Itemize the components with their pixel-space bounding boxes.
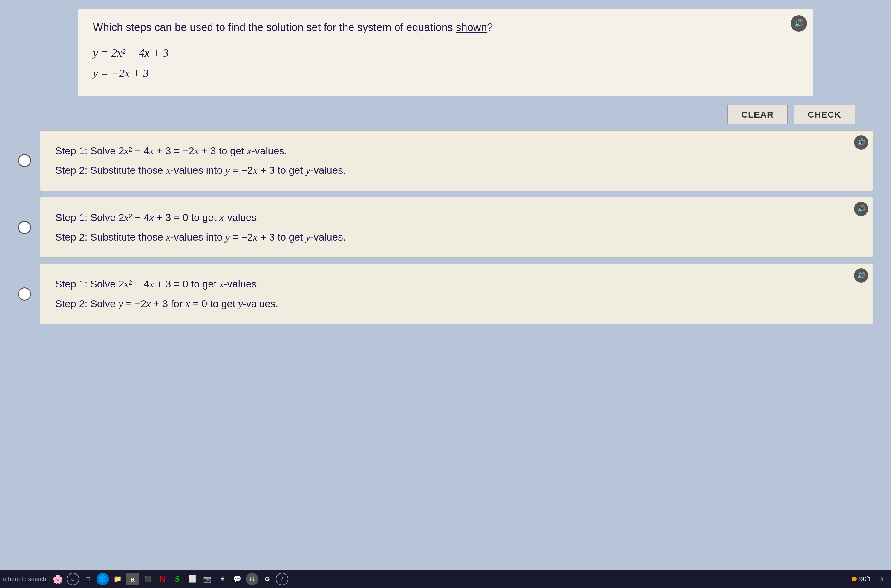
taskbar-gear-icon[interactable]: ⚙ (261, 573, 273, 585)
radio-b[interactable] (18, 221, 31, 234)
question-box: 🔊 Which steps can be used to find the so… (78, 9, 813, 96)
taskbar-caret-icon[interactable]: ∧ (876, 573, 888, 585)
taskbar-a-icon[interactable]: a (126, 573, 139, 585)
option-b-step2: Step 2: Substitute those x-values into y… (55, 228, 858, 247)
taskbar-monitor-icon[interactable]: 🖥 (216, 573, 229, 585)
taskbar-g-icon[interactable]: G (246, 573, 259, 585)
question-link[interactable]: shown (456, 21, 487, 33)
equation-1: y = 2x² − 4x + 3 (93, 43, 798, 63)
option-c-step1: Step 1: Solve 2x² − 4x + 3 = 0 to get x-… (55, 274, 858, 294)
clear-button[interactable]: CLEAR (727, 105, 788, 124)
option-a-sound-button[interactable]: 🔊 (854, 135, 868, 150)
option-b-step1: Step 1: Solve 2x² − 4x + 3 = 0 to get x-… (55, 208, 858, 228)
taskbar-netflix-icon[interactable]: N (156, 573, 169, 585)
option-a-step1: Step 1: Solve 2x² − 4x + 3 = −2x + 3 to … (55, 141, 858, 161)
taskbar-square-icon[interactable]: ⬜ (186, 573, 199, 585)
option-box-c: 🔊 Step 1: Solve 2x² − 4x + 3 = 0 to get … (40, 264, 873, 324)
taskbar-temperature: 90°F (859, 575, 873, 583)
option-c-sound-button[interactable]: 🔊 (854, 268, 868, 283)
option-box-b: 🔊 Step 1: Solve 2x² − 4x + 3 = 0 to get … (40, 197, 873, 258)
taskbar-s-icon[interactable]: S (171, 573, 184, 585)
question-text: Which steps can be used to find the solu… (93, 21, 798, 34)
main-content: 🔊 Which steps can be used to find the so… (0, 0, 891, 570)
taskbar-camera-icon[interactable]: 📷 (201, 573, 214, 585)
taskbar-help-icon[interactable]: ? (276, 573, 288, 585)
check-button[interactable]: CHECK (793, 105, 855, 124)
equation-2: y = −2x + 3 (93, 63, 798, 83)
question-suffix: ? (487, 21, 493, 33)
taskbar-folder-icon[interactable]: 📁 (111, 573, 124, 585)
question-sound-button[interactable]: 🔊 (791, 15, 807, 32)
answer-option-c: 🔊 Step 1: Solve 2x² − 4x + 3 = 0 to get … (18, 264, 873, 324)
answer-option-a: 🔊 Step 1: Solve 2x² − 4x + 3 = −2x + 3 t… (18, 130, 873, 191)
question-prefix: Which steps can be used to find the solu… (93, 21, 456, 33)
option-box-a: 🔊 Step 1: Solve 2x² − 4x + 3 = −2x + 3 t… (40, 130, 873, 191)
button-row: CLEAR CHECK (18, 105, 855, 124)
taskbar-chat-icon[interactable]: 💬 (231, 573, 244, 585)
taskbar-start-button[interactable]: ○ (67, 573, 79, 585)
option-a-step2: Step 2: Substitute those x-values into y… (55, 160, 858, 180)
taskbar-status-dot (852, 577, 856, 581)
taskbar-search-text: e here to search (3, 576, 46, 583)
answer-option-b: 🔊 Step 1: Solve 2x² − 4x + 3 = 0 to get … (18, 197, 873, 258)
radio-c[interactable] (18, 287, 31, 301)
taskbar-flower-icon[interactable]: 🌸 (52, 573, 64, 585)
taskbar-windows-icon[interactable]: ⊞ (81, 573, 94, 585)
option-c-step2: Step 2: Solve y = −2x + 3 for x = 0 to g… (55, 294, 858, 314)
option-b-sound-button[interactable]: 🔊 (854, 202, 868, 216)
taskbar: e here to search 🌸 ○ ⊞ 🌐 📁 a ⬛ N S ⬜ 📷 🖥… (0, 570, 891, 588)
taskbar-edge-icon[interactable]: 🌐 (96, 573, 109, 585)
equation-block: y = 2x² − 4x + 3 y = −2x + 3 (93, 43, 798, 84)
radio-a[interactable] (18, 154, 31, 167)
taskbar-icon-1[interactable]: ⬛ (141, 573, 154, 585)
